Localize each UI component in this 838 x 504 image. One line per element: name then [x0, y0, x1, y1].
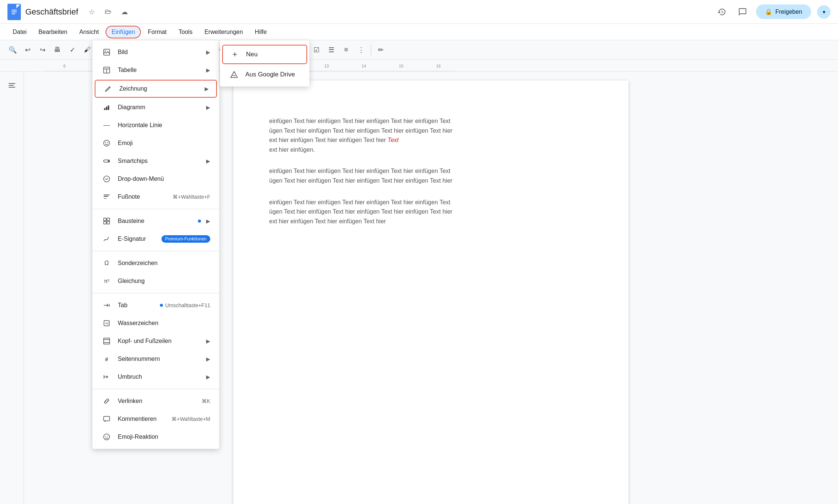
- menu-tools[interactable]: Tools: [173, 26, 198, 38]
- share-button[interactable]: 🔒 Freigeben: [756, 4, 811, 19]
- tabelle-arrow: ▶: [206, 67, 210, 73]
- bild-arrow: ▶: [206, 49, 210, 55]
- menu-einfuegen[interactable]: Einfügen: [105, 26, 141, 38]
- undo-button[interactable]: ↩: [21, 43, 34, 57]
- svg-point-31: [107, 142, 108, 143]
- outline-button[interactable]: [4, 78, 20, 94]
- paintformat-button[interactable]: 🖌: [81, 43, 94, 57]
- menu-item-horizontale-linie[interactable]: — Horizontale Linie: [92, 116, 219, 134]
- gleichung-label: Gleichung: [118, 278, 210, 284]
- menu-item-tabelle[interactable]: Tabelle ▶: [92, 61, 219, 79]
- verlinken-shortcut: ⌘K: [202, 398, 210, 404]
- menu-format[interactable]: Format: [142, 26, 172, 38]
- text-content-6: ügen Text hier einfügen Text hier einfüg…: [269, 177, 453, 184]
- highlighted-text: Text: [388, 137, 399, 143]
- menu-item-seitennummern[interactable]: # Seitennummern ▶: [92, 350, 219, 368]
- menu-item-emoji-reaktion[interactable]: Emoji-Reaktion: [92, 428, 219, 446]
- diagramm-arrow: ▶: [206, 104, 210, 110]
- tab-shortcut: Umschalttaste+F11: [165, 302, 210, 308]
- menu-item-tab[interactable]: Tab Umschalttaste+F11: [92, 296, 219, 314]
- menu-item-verlinken[interactable]: Verlinken ⌘K: [92, 392, 219, 410]
- svg-point-51: [105, 436, 106, 437]
- menu-hilfe[interactable]: Hilfe: [250, 26, 272, 38]
- kommentieren-label: Kommentieren: [118, 416, 171, 422]
- title-icons: ☆ 🗁 ☁: [86, 6, 130, 18]
- menu-item-emoji[interactable]: Emoji: [92, 134, 219, 152]
- svg-rect-39: [107, 218, 110, 221]
- document-page: einfügen Text hier einfügen Text hier ei…: [233, 81, 628, 504]
- tab-label: Tab: [118, 302, 157, 309]
- edit-mode-button[interactable]: ✏: [374, 43, 388, 57]
- folder-icon[interactable]: 🗁: [102, 6, 114, 18]
- text-content-9: ext hier einfügen Text hier einfügen Tex…: [269, 218, 386, 224]
- svg-rect-19: [9, 85, 14, 86]
- menu-item-gleichung[interactable]: π² Gleichung: [92, 272, 219, 290]
- menu-item-bausteine[interactable]: Bausteine ▶: [92, 212, 219, 230]
- seitennummern-icon: #: [101, 354, 112, 364]
- svg-point-22: [105, 50, 106, 51]
- svg-rect-37: [104, 198, 107, 199]
- svg-rect-45: [104, 338, 110, 344]
- smartchips-label: Smartchips: [118, 158, 203, 164]
- menu-item-e-signatur[interactable]: E-Signatur Premium-Funktionen: [92, 230, 219, 248]
- menu-item-sonderzeichen[interactable]: Ω Sonderzeichen: [92, 254, 219, 272]
- svg-rect-40: [104, 221, 106, 224]
- menu-item-wasserzeichen[interactable]: W Wasserzeichen: [92, 314, 219, 332]
- bullet-list-button[interactable]: ☰: [325, 43, 338, 57]
- smartchips-icon: [101, 156, 112, 166]
- tab-badge: [160, 304, 163, 307]
- doc-icon: [7, 4, 21, 20]
- comment-button[interactable]: [735, 4, 750, 19]
- svg-rect-38: [104, 218, 106, 221]
- print-button[interactable]: 🖶: [51, 43, 64, 57]
- svg-point-52: [107, 436, 108, 437]
- svg-text:16: 16: [436, 64, 441, 68]
- drawing-submenu-google-drive[interactable]: Aus Google Drive: [220, 66, 309, 84]
- more-button[interactable]: ⋮: [355, 43, 368, 57]
- horizontale-linie-icon: —: [101, 120, 112, 130]
- menu-item-umbruch[interactable]: Umbruch ▶: [92, 368, 219, 386]
- redo-button[interactable]: ↪: [36, 43, 49, 57]
- zeichnung-arrow: ▶: [205, 86, 209, 92]
- search-button[interactable]: 🔍: [6, 43, 19, 57]
- svg-rect-35: [104, 195, 110, 195]
- svg-rect-28: [108, 105, 109, 110]
- history-button[interactable]: [714, 4, 729, 19]
- e-signatur-label: E-Signatur: [118, 236, 158, 242]
- title-right: 🔒 Freigeben ▾: [714, 4, 831, 19]
- svg-text:14: 14: [362, 64, 366, 68]
- menu-item-kopf-fusszeilen[interactable]: Kopf- und Fußzeilen ▶: [92, 332, 219, 350]
- svg-rect-36: [104, 196, 108, 197]
- spellcheck-button[interactable]: ✓: [66, 43, 79, 57]
- wasserzeichen-icon: W: [101, 318, 112, 328]
- menu-item-fussnote[interactable]: Fußnote ⌘+Wahltaste+F: [92, 188, 219, 206]
- menu-bearbeiten[interactable]: Bearbeiten: [33, 26, 72, 38]
- kopf-fusszeilen-arrow: ▶: [206, 338, 210, 344]
- share-label: Freigeben: [775, 9, 802, 15]
- tabelle-label: Tabelle: [118, 67, 203, 73]
- checklist-button[interactable]: ☑: [310, 43, 323, 57]
- star-icon[interactable]: ☆: [86, 6, 98, 18]
- svg-point-50: [104, 434, 110, 440]
- neu-icon: +: [230, 49, 240, 60]
- e-signatur-icon: [101, 234, 112, 244]
- cloud-icon[interactable]: ☁: [119, 6, 130, 18]
- menu-ansicht[interactable]: Ansicht: [74, 26, 104, 38]
- share-dropdown-button[interactable]: ▾: [817, 5, 831, 19]
- svg-text:15: 15: [399, 64, 403, 68]
- drawing-submenu-neu[interactable]: + Neu: [222, 45, 307, 64]
- menu-item-diagramm[interactable]: Diagramm ▶: [92, 98, 219, 116]
- menu-item-bild[interactable]: Bild ▶: [92, 43, 219, 61]
- menu-item-kommentieren[interactable]: Kommentieren ⌘+Wahltaste+M: [92, 410, 219, 428]
- menu-item-zeichnung[interactable]: Zeichnung ▶: [95, 80, 217, 98]
- numbered-list-button[interactable]: ≡: [340, 43, 353, 57]
- drawing-submenu: + Neu Aus Google Drive: [220, 40, 309, 86]
- bausteine-arrow: ▶: [206, 218, 210, 224]
- menu-datei[interactable]: Datei: [7, 26, 32, 38]
- horizontale-linie-label: Horizontale Linie: [118, 122, 210, 129]
- menu-erweiterungen[interactable]: Erweiterungen: [199, 26, 248, 38]
- menu-item-smartchips[interactable]: Smartchips ▶: [92, 152, 219, 170]
- menu-item-dropdown-menue[interactable]: Drop-down-Menü: [92, 170, 219, 188]
- diagramm-icon: [101, 102, 112, 113]
- emoji-icon: [101, 138, 112, 148]
